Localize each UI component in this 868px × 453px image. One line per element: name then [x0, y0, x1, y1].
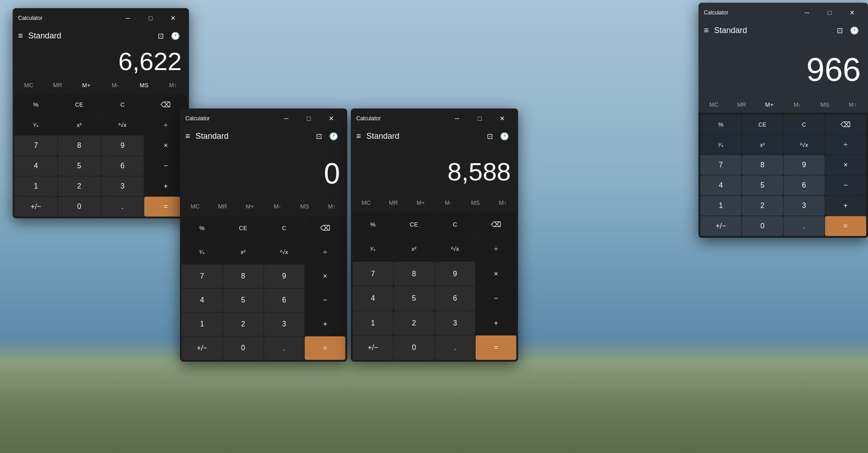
6-btn-3[interactable]: 6 — [435, 286, 476, 311]
4-btn-4[interactable]: 4 — [700, 175, 741, 195]
mplus-btn-2[interactable]: M+ — [236, 199, 264, 213]
1-btn-3[interactable]: 1 — [353, 311, 393, 335]
mc-btn-4[interactable]: MC — [700, 98, 727, 112]
ms-btn-3[interactable]: MS — [462, 196, 489, 210]
8-btn-4[interactable]: 8 — [742, 155, 783, 175]
sq-btn-1[interactable]: x² — [58, 115, 101, 135]
mplus-btn-4[interactable]: M+ — [756, 98, 783, 112]
sub-btn-2[interactable]: − — [305, 288, 345, 312]
div-btn-4[interactable]: ÷ — [825, 135, 866, 155]
negate-btn-2[interactable]: +/− — [182, 336, 222, 360]
4-btn-2[interactable]: 4 — [182, 288, 222, 312]
mr-btn-4[interactable]: MR — [728, 98, 755, 112]
equals-btn-4[interactable]: = — [825, 216, 866, 236]
inv-btn-2[interactable]: ¹⁄ₓ — [182, 240, 222, 264]
negate-btn-1[interactable]: +/− — [14, 197, 57, 217]
compact-btn-2[interactable]: ⊡ — [314, 130, 324, 142]
c-btn-1[interactable]: C — [101, 95, 144, 115]
equals-btn-3[interactable]: = — [476, 335, 516, 360]
mr-btn-3[interactable]: MR — [380, 196, 407, 210]
compact-btn-3[interactable]: ⊡ — [485, 130, 495, 142]
history-btn-1[interactable]: 🕐 — [169, 30, 182, 42]
7-btn-1[interactable]: 7 — [14, 136, 57, 156]
negate-btn-3[interactable]: +/− — [353, 335, 393, 360]
percent-btn-2[interactable]: % — [182, 216, 222, 240]
mul-btn-4[interactable]: × — [825, 155, 866, 175]
7-btn-4[interactable]: 7 — [700, 155, 741, 175]
5-btn-1[interactable]: 5 — [58, 156, 101, 176]
minimize-btn-1[interactable]: ─ — [118, 12, 138, 24]
history-btn-3[interactable]: 🕐 — [498, 130, 511, 142]
history-btn-2[interactable]: 🕐 — [327, 130, 340, 142]
mminus-btn-2[interactable]: M- — [264, 199, 291, 213]
9-btn-2[interactable]: 9 — [264, 264, 305, 288]
2-btn-2[interactable]: 2 — [223, 312, 264, 336]
2-btn-3[interactable]: 2 — [394, 311, 434, 335]
ce-btn-1[interactable]: CE — [58, 95, 101, 115]
dot-btn-1[interactable]: . — [101, 197, 144, 217]
close-btn-1[interactable]: ✕ — [163, 12, 184, 24]
minimize-btn-2[interactable]: ─ — [276, 112, 297, 125]
mup-btn-4[interactable]: M↑ — [839, 98, 866, 112]
minimize-btn-4[interactable]: ─ — [797, 6, 817, 19]
sq-btn-3[interactable]: x² — [394, 237, 434, 261]
4-btn-1[interactable]: 4 — [14, 156, 57, 176]
history-btn-4[interactable]: 🕐 — [848, 24, 861, 37]
8-btn-2[interactable]: 8 — [223, 264, 264, 288]
sq-btn-4[interactable]: x² — [742, 135, 783, 155]
0-btn-3[interactable]: 0 — [394, 335, 434, 360]
mup-btn-3[interactable]: M↑ — [490, 196, 517, 210]
maximize-btn-4[interactable]: □ — [819, 6, 840, 19]
3-btn-1[interactable]: 3 — [101, 176, 144, 196]
dot-btn-2[interactable]: . — [264, 336, 305, 360]
6-btn-2[interactable]: 6 — [264, 288, 305, 312]
sub-btn-3[interactable]: − — [476, 286, 516, 311]
0-btn-2[interactable]: 0 — [223, 336, 264, 360]
mul-btn-3[interactable]: × — [476, 262, 516, 286]
sqrt-btn-4[interactable]: ²√x — [783, 135, 825, 155]
sqrt-btn-1[interactable]: ²√x — [101, 115, 144, 135]
8-btn-3[interactable]: 8 — [394, 262, 434, 286]
5-btn-3[interactable]: 5 — [394, 286, 434, 311]
close-btn-3[interactable]: ✕ — [492, 112, 513, 125]
3-btn-2[interactable]: 3 — [264, 312, 305, 336]
hamburger-icon-2[interactable]: ≡ — [185, 132, 190, 141]
0-btn-1[interactable]: 0 — [58, 197, 101, 217]
9-btn-4[interactable]: 9 — [783, 155, 825, 175]
mup-btn-2[interactable]: M↑ — [319, 199, 346, 213]
mc-btn-1[interactable]: MC — [14, 78, 43, 92]
2-btn-4[interactable]: 2 — [742, 196, 783, 216]
1-btn-2[interactable]: 1 — [182, 312, 222, 336]
mplus-btn-1[interactable]: M+ — [72, 78, 101, 92]
percent-btn-1[interactable]: % — [14, 95, 57, 115]
mc-btn-3[interactable]: MC — [353, 196, 380, 210]
5-btn-2[interactable]: 5 — [223, 288, 264, 312]
ce-btn-3[interactable]: CE — [394, 212, 434, 237]
mup-btn-1[interactable]: M↑ — [159, 78, 187, 92]
maximize-btn-1[interactable]: □ — [140, 12, 161, 24]
maximize-btn-3[interactable]: □ — [469, 112, 490, 125]
percent-btn-4[interactable]: % — [700, 114, 741, 134]
minimize-btn-3[interactable]: ─ — [447, 112, 467, 125]
8-btn-1[interactable]: 8 — [58, 136, 101, 156]
mc-btn-2[interactable]: MC — [182, 199, 209, 213]
sq-btn-2[interactable]: x² — [223, 240, 264, 264]
dot-btn-4[interactable]: . — [783, 216, 825, 236]
2-btn-1[interactable]: 2 — [58, 176, 101, 196]
hamburger-icon-4[interactable]: ≡ — [704, 26, 709, 35]
backspace-btn-2[interactable]: ⌫ — [305, 216, 345, 240]
equals-btn-2[interactable]: = — [305, 336, 345, 360]
sqrt-btn-2[interactable]: ²√x — [264, 240, 305, 264]
3-btn-3[interactable]: 3 — [435, 311, 476, 335]
add-btn-2[interactable]: + — [305, 312, 345, 336]
6-btn-1[interactable]: 6 — [101, 156, 144, 176]
ms-btn-1[interactable]: MS — [130, 78, 158, 92]
backspace-btn-3[interactable]: ⌫ — [476, 212, 516, 237]
6-btn-4[interactable]: 6 — [783, 175, 825, 195]
close-btn-4[interactable]: ✕ — [842, 6, 863, 19]
close-btn-2[interactable]: ✕ — [321, 112, 342, 125]
backspace-btn-4[interactable]: ⌫ — [825, 114, 866, 134]
mr-btn-2[interactable]: MR — [209, 199, 236, 213]
5-btn-4[interactable]: 5 — [742, 175, 783, 195]
sqrt-btn-3[interactable]: ²√x — [435, 237, 476, 261]
